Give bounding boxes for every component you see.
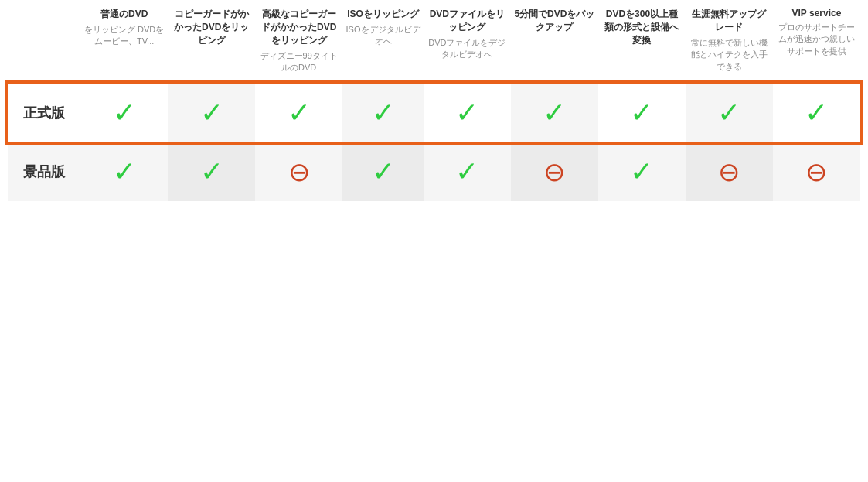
row-keihin: 景品版✓✓⊖✓✓⊖✓⊖⊖: [8, 142, 860, 201]
header-col-7: DVDを300以上種類の形式と設備へ変換: [598, 0, 686, 84]
header-main-1: 普通のDVD: [83, 8, 165, 21]
cell-seishiki-2: ✓: [255, 84, 342, 142]
header-sub-1: をリッピング DVDをムービー、TV...: [83, 24, 165, 48]
header-sub-9: プロのサポートチームが迅速かつ親しいサポートを提供: [776, 22, 857, 57]
row-label-seishiki: 正式版: [8, 84, 80, 142]
table-header: 普通のDVDをリッピング DVDをムービー、TV...コピーガードがかかったDV…: [8, 0, 860, 84]
check-icon: ✓: [717, 99, 740, 127]
check-icon: ✓: [455, 158, 478, 186]
cell-keihin-5: ⊖: [511, 142, 598, 201]
cell-keihin-0: ✓: [80, 142, 168, 201]
header-sub-3: ディズニー99タイトルのDVD: [258, 50, 339, 74]
header-main-4: ISOをリッピング: [345, 8, 420, 21]
cell-keihin-3: ✓: [342, 142, 424, 201]
check-icon: ✓: [455, 99, 478, 127]
cell-keihin-1: ✓: [168, 142, 255, 201]
header-col-0: [8, 0, 80, 84]
row-label-keihin: 景品版: [8, 142, 80, 201]
header-main-6: 5分間でDVDをバックアップ: [514, 8, 595, 34]
header-main-5: DVDファイルをリッピング: [427, 8, 508, 34]
check-icon: ✓: [630, 158, 653, 186]
header-main-7: DVDを300以上種類の形式と設備へ変換: [601, 8, 682, 47]
header-col-6: 5分間でDVDをバックアップ: [511, 0, 598, 84]
header-sub-8: 常に無料で新しい機能とハイテクを入手できる: [689, 37, 770, 73]
comparison-container: 普通のDVDをリッピング DVDをムービー、TV...コピーガードがかかったDV…: [0, 0, 868, 201]
cell-seishiki-3: ✓: [342, 84, 424, 142]
cross-icon: ⊖: [543, 159, 565, 185]
header-main-2: コピーガードがかかったDVDをリッピング: [171, 8, 252, 47]
header-sub-5: DVDファイルをデジタルビデオへ: [427, 37, 508, 61]
header-col-5: DVDファイルをリッピングDVDファイルをデジタルビデオへ: [424, 0, 511, 84]
header-col-2: コピーガードがかかったDVDをリッピング: [168, 0, 255, 84]
cell-keihin-4: ✓: [424, 142, 511, 201]
cell-seishiki-6: ✓: [598, 84, 686, 142]
cell-keihin-7: ⊖: [686, 142, 773, 201]
check-icon: ✓: [630, 99, 653, 127]
cell-keihin-8: ⊖: [773, 142, 860, 201]
cell-seishiki-5: ✓: [511, 84, 598, 142]
header-main-3: 高級なコピーガードがかかったDVDをリッピング: [258, 8, 339, 47]
cell-seishiki-1: ✓: [168, 84, 255, 142]
header-col-3: 高級なコピーガードがかかったDVDをリッピングディズニー99タイトルのDVD: [255, 0, 342, 84]
cross-icon: ⊖: [288, 159, 310, 185]
header-sub-4: ISOをデジタルビデオへ: [345, 24, 420, 48]
cell-keihin-2: ⊖: [255, 142, 342, 201]
cell-seishiki-4: ✓: [424, 84, 511, 142]
feature-comparison-table: 普通のDVDをリッピング DVDをムービー、TV...コピーガードがかかったDV…: [8, 0, 860, 201]
check-icon: ✓: [372, 99, 395, 127]
cell-seishiki-8: ✓: [773, 84, 860, 142]
check-icon: ✓: [372, 158, 395, 186]
cell-seishiki-7: ✓: [686, 84, 773, 142]
cell-keihin-6: ✓: [598, 142, 686, 201]
check-icon: ✓: [200, 99, 223, 127]
cell-seishiki-0: ✓: [80, 84, 168, 142]
header-col-9: VIP serviceプロのサポートチームが迅速かつ親しいサポートを提供: [773, 0, 860, 84]
cross-icon: ⊖: [718, 159, 740, 185]
header-col-4: ISOをリッピングISOをデジタルビデオへ: [342, 0, 424, 84]
header-main-8: 生涯無料アップグレード: [689, 8, 770, 34]
cross-icon: ⊖: [805, 159, 827, 185]
table-body: 正式版✓✓✓✓✓✓✓✓✓景品版✓✓⊖✓✓⊖✓⊖⊖: [8, 84, 860, 201]
check-icon: ✓: [288, 99, 311, 127]
check-icon: ✓: [543, 99, 566, 127]
header-main-9: VIP service: [776, 8, 857, 19]
header-col-8: 生涯無料アップグレード常に無料で新しい機能とハイテクを入手できる: [686, 0, 773, 84]
check-icon: ✓: [805, 99, 828, 127]
row-seishiki: 正式版✓✓✓✓✓✓✓✓✓: [8, 84, 860, 142]
check-icon: ✓: [113, 99, 136, 127]
check-icon: ✓: [200, 158, 223, 186]
check-icon: ✓: [113, 158, 136, 186]
header-col-1: 普通のDVDをリッピング DVDをムービー、TV...: [80, 0, 168, 84]
